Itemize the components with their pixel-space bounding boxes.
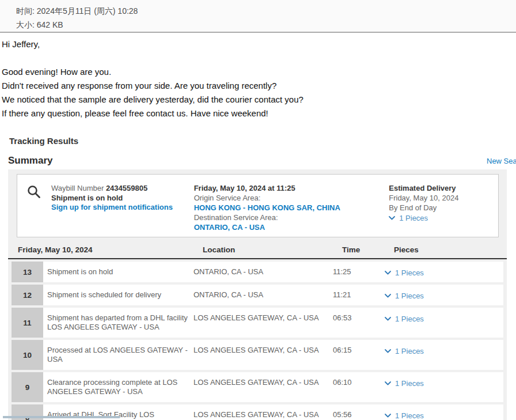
header-pieces: Pieces [394, 245, 507, 254]
shipment-summary-card: Waybill Number 2434559805 Shipment is on… [17, 174, 499, 237]
origin-link[interactable]: HONG KONG - HONG KONG SAR, CHINA [194, 203, 340, 213]
event-description: Processed at LOS ANGELES GATEWAY - USA [47, 340, 193, 370]
tracking-table-header: Friday, May 10, 2024 Location Time Piece… [8, 241, 507, 259]
tracking-event-row: 9 Clearance processing complete at LOS A… [12, 372, 503, 402]
shipment-status: Shipment is on hold [51, 193, 173, 203]
estimated-delivery-label: Estimated Delivery [389, 183, 498, 193]
search-icon [26, 183, 44, 237]
chevron-down-icon [385, 317, 391, 321]
estimated-delivery-date: Friday, May 10, 2024 [389, 193, 498, 203]
email-size-label: 大小: 642 KB [16, 18, 516, 32]
event-location: LOS ANGELES GATEWAY, CA - USA [193, 404, 333, 420]
event-time: 06:10 [333, 372, 385, 402]
chevron-down-icon [385, 294, 391, 298]
event-location: ONTARIO, CA - USA [193, 285, 333, 305]
event-pieces-link[interactable]: 1 Pieces [385, 292, 424, 300]
chevron-down-icon [385, 271, 391, 275]
summary-header-row: Summary New Search [8, 155, 516, 167]
event-description: Shipment is scheduled for delivery [47, 285, 193, 305]
event-number-badge: 12 [12, 285, 43, 305]
event-pieces-link[interactable]: 1 Pieces [385, 379, 424, 388]
tracking-event-row: 12 Shipment is scheduled for delivery ON… [12, 285, 503, 305]
signup-notifications-link[interactable]: Sign up for shipment notifications [51, 203, 173, 211]
waybill-number: 2434559805 [106, 184, 147, 192]
event-description: Shipment is on hold [47, 262, 193, 282]
destination-label: Destination Service Area: [194, 213, 389, 222]
email-line-3: We noticed that the sample are delivery … [2, 93, 514, 107]
email-meta-bar: 时间: 2024年5月11日 (周六) 10:28 大小: 642 KB [0, 0, 516, 33]
event-time: 06:15 [333, 340, 385, 370]
waybill-number-line: Waybill Number 2434559805 [51, 183, 173, 193]
event-number-badge: 9 [12, 372, 43, 402]
origin-label: Origin Service Area: [194, 193, 389, 203]
latest-event-time: Friday, May 10, 2024 at 11:25 [194, 183, 389, 193]
estimated-delivery-column: Estimated Delivery Friday, May 10, 2024 … [389, 183, 498, 237]
waybill-label: Waybill Number [51, 184, 104, 192]
header-time: Time [342, 245, 394, 254]
event-location: LOS ANGELES GATEWAY, CA - USA [193, 340, 333, 370]
event-description: Clearance processing complete at LOS ANG… [47, 372, 193, 402]
email-time-label: 时间: 2024年5月11日 (周六) 10:28 [16, 4, 516, 18]
tracking-event-row: 11 Shipment has departed from a DHL faci… [12, 308, 503, 338]
event-number-badge: 13 [12, 262, 43, 282]
event-pieces-link[interactable]: 1 Pieces [385, 268, 424, 277]
event-number-badge: 10 [12, 340, 43, 370]
event-pieces-link[interactable]: 1 Pieces [385, 315, 424, 323]
chevron-down-icon [385, 381, 391, 385]
estimated-delivery-window: By End of Day [389, 203, 498, 213]
tracking-event-row: 13 Shipment is on hold ONTARIO, CA - USA… [12, 262, 503, 282]
email-line-4: If there any question, please feel free … [2, 107, 514, 120]
event-pieces-link[interactable]: 1 Pieces [385, 347, 424, 355]
tracking-events-list: 13 Shipment is on hold ONTARIO, CA - USA… [8, 262, 507, 420]
email-line-1: Good evening! How are you. [2, 65, 514, 79]
event-time: 11:21 [333, 285, 385, 305]
header-date: Friday, May 10, 2024 [18, 245, 203, 254]
horizontal-scrollbar-thumb[interactable] [3, 416, 120, 418]
email-greeting: Hi Jeffery, [2, 37, 514, 51]
chevron-down-icon [385, 414, 391, 418]
event-location: ONTARIO, CA - USA [193, 262, 333, 282]
email-body: Hi Jeffery, Good evening! How are you. D… [0, 33, 516, 120]
new-search-link[interactable]: New Search [487, 157, 516, 165]
route-column: Friday, May 10, 2024 at 11:25 Origin Ser… [194, 183, 389, 237]
tracking-results-title: Tracking Results [9, 136, 516, 146]
event-time: 11:25 [333, 262, 385, 282]
chevron-down-icon [389, 216, 395, 220]
waybill-column: Waybill Number 2434559805 Shipment is on… [26, 183, 194, 237]
chevron-down-icon [385, 349, 391, 353]
header-location: Location [203, 245, 342, 254]
summary-pieces-link[interactable]: 1 Pieces [389, 214, 428, 222]
event-location: LOS ANGELES GATEWAY, CA - USA [193, 372, 333, 402]
event-number-badge: 11 [12, 308, 43, 338]
event-location: LOS ANGELES GATEWAY, CA - USA [193, 308, 333, 338]
event-pieces-link[interactable]: 1 Pieces [385, 411, 424, 420]
event-time: 06:53 [333, 308, 385, 338]
tracking-event-row: 10 Processed at LOS ANGELES GATEWAY - US… [12, 340, 503, 370]
email-blank-line [2, 51, 514, 65]
summary-heading: Summary [8, 155, 52, 166]
summary-pieces-label: 1 Pieces [399, 214, 428, 222]
email-line-2: Didn't received any response from your s… [2, 79, 514, 93]
event-description: Shipment has departed from a DHL facilit… [47, 308, 193, 338]
tracking-widget: Waybill Number 2434559805 Shipment is on… [8, 169, 507, 420]
destination-link[interactable]: ONTARIO, CA - USA [194, 222, 265, 232]
event-time: 05:56 [333, 404, 385, 420]
